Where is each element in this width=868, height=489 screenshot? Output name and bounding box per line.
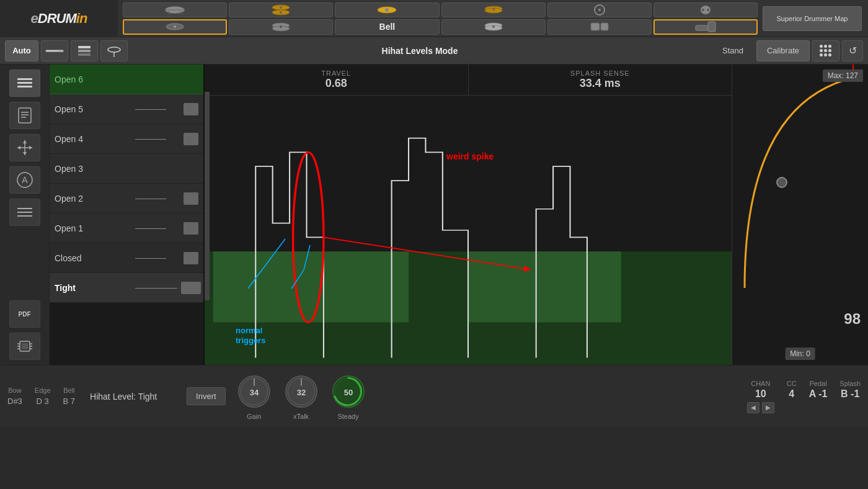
- instr-circle[interactable]: [547, 2, 652, 18]
- superior-drummer-btn[interactable]: Superior Drummer Map: [763, 6, 862, 31]
- instr-pedal[interactable]: [653, 19, 758, 35]
- instr-bell[interactable]: Bell: [335, 19, 439, 35]
- handle-open4[interactable]: [184, 133, 198, 145]
- toolbar-dots-btn[interactable]: [812, 40, 839, 61]
- instr-drum3[interactable]: [547, 19, 652, 35]
- viz-header: TRAVEL 0.68 SPLASH SENSE 33.4 ms: [205, 65, 732, 96]
- splash-label: Splash: [839, 380, 861, 387]
- tab-calibrate[interactable]: Calibrate: [756, 40, 810, 61]
- toolbar-icon-hihat[interactable]: [100, 40, 128, 61]
- level-open5-label: Open 5: [55, 104, 198, 114]
- level-open3-label: Open 3: [55, 164, 198, 174]
- max-label: Max: 127: [823, 70, 863, 82]
- level-open1-label: Open 1: [55, 223, 198, 233]
- level-open6[interactable]: Open 6: [50, 65, 203, 94]
- gain-knob[interactable]: 34: [236, 373, 273, 410]
- toolbar-title: Hihat Levels Mode: [130, 46, 709, 56]
- sidebar-btn-list[interactable]: [9, 70, 40, 97]
- instr-hihat2[interactable]: [229, 19, 333, 35]
- connector-1: [135, 109, 166, 110]
- viz-canvas: weird spike normal triggers: [205, 96, 732, 365]
- instrument-grid: Bell: [118, 0, 763, 37]
- instr-cymbal[interactable]: [335, 2, 439, 18]
- svg-rect-37: [17, 78, 32, 80]
- chan-up[interactable]: ▶: [762, 402, 774, 413]
- invert-button[interactable]: Invert: [187, 387, 226, 405]
- xtalk-knob-group: 32 xTalk: [283, 373, 320, 420]
- xtalk-knob[interactable]: 32: [283, 373, 320, 410]
- level-open2[interactable]: Open 2: [50, 184, 203, 213]
- sidebar-btn-move[interactable]: [9, 134, 40, 161]
- edge-value: D 3: [37, 397, 49, 406]
- auto-button[interactable]: Auto: [5, 40, 38, 61]
- instr-ride[interactable]: [653, 2, 758, 18]
- logo-e: e: [31, 11, 38, 27]
- svg-rect-28: [696, 25, 708, 30]
- handle-tight[interactable]: [181, 282, 201, 294]
- hihat-level-label: Hihat Level: Tight: [90, 392, 157, 402]
- instr-hihat-open[interactable]: [229, 2, 333, 18]
- svg-marker-47: [23, 152, 27, 155]
- svg-rect-40: [19, 108, 31, 123]
- travel-label: TRAVEL: [321, 70, 351, 77]
- level-open3[interactable]: Open 3: [50, 154, 203, 184]
- handle-open5[interactable]: [184, 103, 198, 115]
- svg-rect-27: [601, 23, 608, 30]
- svg-marker-49: [29, 146, 32, 150]
- sidebar-btn-menu[interactable]: [9, 199, 40, 226]
- svg-point-7: [280, 11, 282, 14]
- toolbar-icon-stick[interactable]: [41, 40, 68, 61]
- sidebar-btn-doc[interactable]: [9, 102, 40, 129]
- svg-rect-26: [591, 23, 600, 30]
- bell-label: Bell: [379, 22, 396, 32]
- sidebar-btn-chip[interactable]: [9, 333, 40, 360]
- instr-hihat-closed[interactable]: [441, 2, 546, 18]
- svg-point-25: [492, 25, 495, 28]
- curve-svg: [732, 65, 868, 300]
- svg-text:50: 50: [343, 388, 352, 397]
- handle-open2[interactable]: [184, 192, 198, 205]
- bow-note: Bow D#3: [7, 387, 22, 406]
- level-closed[interactable]: Closed: [50, 243, 203, 273]
- svg-point-9: [385, 8, 389, 12]
- params-group: CHAN 10 ◀ ▶ CC 4 Pedal A -1 Splash B -1: [747, 380, 861, 413]
- dots-icon: [820, 45, 832, 56]
- tab-stand[interactable]: Stand: [712, 40, 754, 61]
- svg-rect-33: [78, 50, 91, 52]
- xtalk-label: xTalk: [293, 413, 309, 420]
- instr-hihat-sel[interactable]: [123, 19, 227, 35]
- connector-5: [135, 258, 166, 259]
- bell-note-value: B 7: [63, 397, 76, 406]
- level-tight[interactable]: Tight: [50, 273, 203, 303]
- svg-point-71: [777, 177, 787, 187]
- handle-closed[interactable]: [184, 252, 198, 264]
- instr-snare[interactable]: [123, 2, 227, 18]
- top-bar: eDRUMin Bell: [0, 0, 868, 37]
- sidebar-btn-pdf[interactable]: PDF: [9, 300, 40, 328]
- bottom-bar: Bow D#3 Edge D 3 Bell B 7 Hihat Level: T…: [0, 365, 868, 427]
- svg-marker-48: [17, 146, 20, 150]
- connector-2: [135, 139, 166, 140]
- bell-note: Bell B 7: [63, 387, 76, 406]
- main-area: A PDF Open 6 Open 5 Open 4: [0, 65, 868, 365]
- toolbar-icon-layers[interactable]: [71, 40, 98, 61]
- svg-rect-34: [78, 53, 91, 56]
- level-open5[interactable]: Open 5: [50, 94, 203, 124]
- steady-knob[interactable]: 50: [330, 373, 367, 410]
- splash-value: 33.4 ms: [580, 77, 621, 90]
- viz-splash-section: SPLASH SENSE 33.4 ms: [469, 65, 732, 95]
- svg-point-16: [702, 9, 704, 11]
- chan-down[interactable]: ◀: [747, 402, 760, 413]
- pedal-value: A -1: [809, 388, 828, 400]
- svg-point-12: [492, 8, 495, 11]
- connector-3: [135, 199, 166, 199]
- divider-bar[interactable]: [205, 92, 210, 300]
- handle-open1[interactable]: [184, 222, 198, 235]
- svg-point-6: [280, 6, 282, 9]
- level-open1[interactable]: Open 1: [50, 213, 203, 243]
- level-open4[interactable]: Open 4: [50, 124, 203, 154]
- sidebar-btn-a[interactable]: A: [9, 166, 40, 194]
- refresh-button[interactable]: ↺: [842, 40, 863, 61]
- bow-value: D#3: [7, 397, 22, 406]
- instr-hihat3[interactable]: [441, 19, 546, 35]
